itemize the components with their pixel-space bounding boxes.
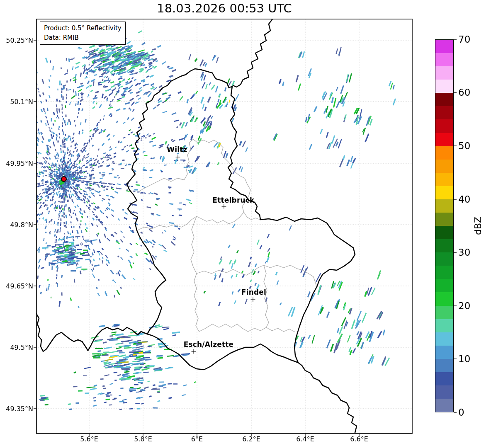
colorbar-tick-label: 30	[458, 247, 470, 258]
colorbar-tick-label: 40	[458, 194, 470, 205]
colorbar-unit-label: dBZ	[473, 217, 483, 235]
city-marker-esch-alzette	[192, 349, 196, 354]
lat-tick-label: 50.25°N	[0, 36, 33, 44]
colorbar-band	[435, 213, 453, 226]
luxembourg-border	[127, 69, 355, 370]
data-source-label: Data: RMIB	[44, 33, 122, 43]
colorbar-band	[435, 385, 453, 399]
colorbar-band	[435, 173, 453, 186]
colorbar-band	[435, 93, 453, 106]
lat-tick-label: 49.95°N	[0, 160, 33, 167]
city-label-esch-alzette: Esch/Alzette	[184, 340, 234, 349]
city-marker-findel	[251, 298, 255, 302]
colorbar-band	[435, 106, 453, 119]
product-label: Product: 0.5° Reflectivity	[44, 24, 122, 33]
lon-tick-label: 6°E	[191, 435, 203, 443]
colorbar-band	[435, 119, 453, 133]
city-marker-ettelbruck	[222, 204, 226, 209]
colorbar-band	[435, 319, 453, 332]
colorbar-band	[435, 239, 453, 252]
lat-tick-label: 49.65°N	[0, 282, 33, 290]
city-label-wiltz: Wiltz	[167, 145, 187, 154]
colorbar-band	[435, 292, 453, 305]
district-borders	[137, 139, 316, 332]
lat-tick-label: 49.35°N	[0, 405, 33, 413]
colorbar-tick-label: 20	[458, 300, 470, 311]
colorbar-band	[435, 346, 453, 359]
colorbar	[435, 39, 454, 412]
radar-site-marker	[61, 176, 67, 182]
lon-tick-label: 5.6°E	[80, 435, 98, 443]
colorbar-tick-label: 60	[458, 87, 470, 98]
map-borders-layer	[0, 0, 491, 448]
colorbar-band	[435, 332, 453, 346]
colorbar-tick-label: 10	[458, 354, 470, 364]
colorbar-band	[435, 306, 453, 319]
lat-tick-label: 49.8°N	[0, 221, 33, 229]
colorbar-band	[435, 40, 453, 53]
colorbar-band	[435, 266, 453, 279]
colorbar-band	[435, 226, 453, 239]
lat-tick-label: 50.1°N	[0, 98, 33, 106]
colorbar-tick-label: 50	[458, 140, 470, 151]
colorbar-band	[435, 66, 453, 80]
colorbar-band	[435, 199, 453, 213]
colorbar-band	[435, 372, 453, 385]
colorbar-tick-label: 0	[458, 407, 464, 418]
colorbar-band	[435, 80, 453, 93]
colorbar-band	[435, 399, 453, 412]
lon-tick-label: 6.6°E	[350, 435, 368, 443]
colorbar-band	[435, 359, 453, 372]
colorbar-band	[435, 186, 453, 199]
figure-title: 18.03.2026 00:53 UTC	[36, 1, 412, 15]
colorbar-band	[435, 279, 453, 292]
lon-tick-label: 6.2°E	[242, 435, 260, 443]
radar-map-figure: 18.03.2026 00:53 UTC Product: 0.5° Refle…	[0, 0, 491, 448]
france-belgium-border	[36, 312, 147, 351]
france-germany-border	[298, 363, 357, 433]
colorbar-band	[435, 252, 453, 266]
colorbar-band	[435, 53, 453, 66]
lat-tick-label: 49.5°N	[0, 344, 33, 351]
colorbar-band	[435, 146, 453, 160]
colorbar-band	[435, 160, 453, 173]
city-label-ettelbruck: Ettelbruck	[212, 196, 254, 204]
product-info-box: Product: 0.5° Reflectivity Data: RMIB	[40, 22, 126, 45]
lon-tick-label: 6.4°E	[296, 435, 314, 443]
lon-tick-label: 5.8°E	[134, 435, 152, 443]
city-marker-wiltz	[176, 155, 180, 160]
belgium-germany-border	[233, 17, 274, 87]
city-label-findel: Findel	[241, 288, 266, 296]
colorbar-tick-label: 70	[458, 34, 470, 45]
country-borders	[36, 17, 357, 433]
colorbar-band	[435, 133, 453, 146]
